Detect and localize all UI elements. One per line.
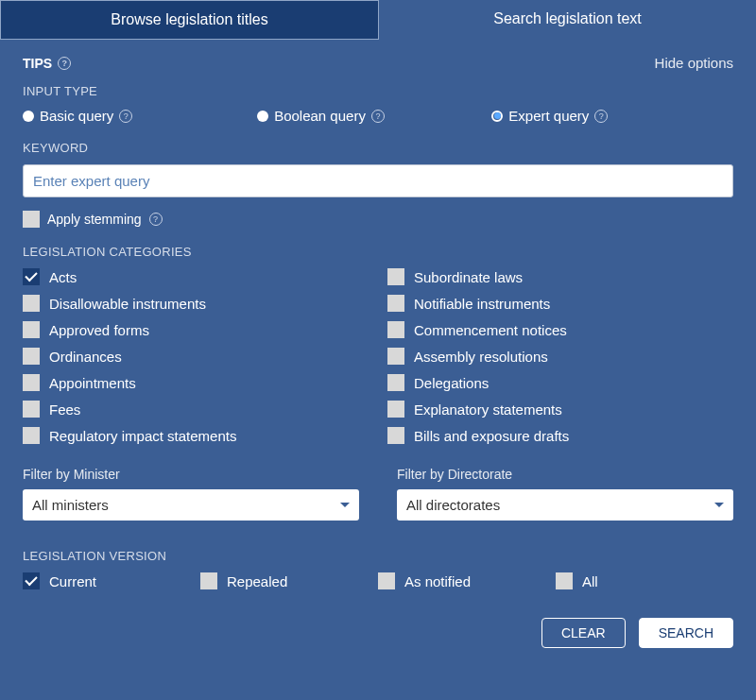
checkbox-category[interactable] xyxy=(387,427,404,444)
checkbox-version[interactable] xyxy=(200,572,217,589)
checkbox-category[interactable] xyxy=(23,348,40,365)
checkbox-category[interactable] xyxy=(23,427,40,444)
checkbox-version[interactable] xyxy=(556,572,573,589)
category-label: Assembly resolutions xyxy=(414,349,548,365)
checkbox-category[interactable] xyxy=(387,321,404,338)
categories-grid: ActsSubordinate lawsDisallowable instrum… xyxy=(23,268,733,444)
category-item: Ordinances xyxy=(23,348,369,365)
category-item: Explanatory statements xyxy=(387,401,733,418)
checkbox-category[interactable] xyxy=(23,268,40,285)
category-label: Delegations xyxy=(414,375,489,391)
select-minister[interactable]: All ministers xyxy=(23,489,359,521)
category-item: Fees xyxy=(23,401,369,418)
checkbox-category[interactable] xyxy=(23,321,40,338)
help-icon[interactable]: ? xyxy=(594,110,608,123)
category-label: Approved forms xyxy=(49,322,149,338)
checkbox-version[interactable] xyxy=(378,572,395,589)
category-label: Bills and exposure drafts xyxy=(414,428,569,444)
category-item: Notifiable instruments xyxy=(387,295,733,312)
radio-boolean-query[interactable] xyxy=(257,111,268,122)
version-label: Current xyxy=(49,573,96,589)
radio-expert-query[interactable] xyxy=(491,111,503,122)
radio-basic-label: Basic query xyxy=(40,108,113,124)
help-icon[interactable]: ? xyxy=(371,110,385,123)
select-directorate[interactable]: All directorates xyxy=(397,489,733,521)
version-item: Current xyxy=(23,572,200,589)
category-label: Ordinances xyxy=(49,349,122,365)
tabs: Browse legislation titles Search legisla… xyxy=(0,0,756,40)
checkbox-version[interactable] xyxy=(23,572,40,589)
checkbox-category[interactable] xyxy=(387,401,404,418)
version-item: Repealed xyxy=(200,572,378,589)
checkbox-category[interactable] xyxy=(387,268,404,285)
chevron-down-icon xyxy=(340,503,350,507)
category-item: Subordinate laws xyxy=(387,268,733,285)
version-item: All xyxy=(556,572,733,589)
category-label: Subordinate laws xyxy=(414,269,523,285)
category-label: Appointments xyxy=(49,375,136,391)
category-item: Disallowable instruments xyxy=(23,295,369,312)
chevron-down-icon xyxy=(714,503,724,507)
checkbox-category[interactable] xyxy=(23,401,40,418)
clear-button[interactable]: CLEAR xyxy=(541,618,626,648)
radio-basic-query[interactable] xyxy=(23,111,34,122)
version-label: Repealed xyxy=(227,573,287,589)
apply-stemming-label: Apply stemming xyxy=(47,212,142,227)
help-icon[interactable]: ? xyxy=(58,57,71,70)
category-item: Bills and exposure drafts xyxy=(387,427,733,444)
checkbox-category[interactable] xyxy=(23,374,40,391)
checkbox-category[interactable] xyxy=(23,295,40,312)
checkbox-category[interactable] xyxy=(387,295,404,312)
search-button[interactable]: SEARCH xyxy=(639,618,733,648)
version-label: All xyxy=(582,573,598,589)
version-item: As notified xyxy=(378,572,556,589)
category-label: Notifiable instruments xyxy=(414,296,550,312)
version-row: CurrentRepealedAs notifiedAll xyxy=(23,572,733,589)
help-icon[interactable]: ? xyxy=(119,110,132,123)
version-heading: LEGISLATION VERSION xyxy=(23,549,733,563)
category-item: Delegations xyxy=(387,374,733,391)
radio-boolean-label: Boolean query xyxy=(274,108,366,124)
search-panel: TIPS ? Hide options INPUT TYPE Basic que… xyxy=(0,40,756,663)
category-item: Regulatory impact statements xyxy=(23,427,369,444)
keyword-heading: KEYWORD xyxy=(23,141,733,155)
tips-label: TIPS ? xyxy=(23,56,71,71)
category-label: Commencement notices xyxy=(414,322,567,338)
category-item: Appointments xyxy=(23,374,369,391)
category-label: Acts xyxy=(49,269,77,285)
category-label: Regulatory impact statements xyxy=(49,428,236,444)
hide-options-link[interactable]: Hide options xyxy=(655,55,733,71)
keyword-input[interactable] xyxy=(23,164,733,197)
category-item: Approved forms xyxy=(23,321,369,338)
checkbox-category[interactable] xyxy=(387,374,404,391)
category-label: Disallowable instruments xyxy=(49,296,206,312)
checkbox-apply-stemming[interactable] xyxy=(23,211,40,228)
category-item: Acts xyxy=(23,268,369,285)
category-label: Fees xyxy=(49,401,80,418)
categories-heading: LEGISLATION CATEGORIES xyxy=(23,245,733,259)
category-item: Assembly resolutions xyxy=(387,348,733,365)
filter-directorate-label: Filter by Directorate xyxy=(397,467,733,482)
checkbox-category[interactable] xyxy=(387,348,404,365)
version-label: As notified xyxy=(404,573,471,589)
filter-minister-label: Filter by Minister xyxy=(23,467,359,482)
help-icon[interactable]: ? xyxy=(149,213,163,226)
radio-expert-label: Expert query xyxy=(508,108,589,124)
input-type-heading: INPUT TYPE xyxy=(23,84,733,98)
category-label: Explanatory statements xyxy=(414,401,562,418)
tab-search[interactable]: Search legislation text xyxy=(379,0,756,40)
category-item: Commencement notices xyxy=(387,321,733,338)
tab-browse[interactable]: Browse legislation titles xyxy=(0,0,379,40)
